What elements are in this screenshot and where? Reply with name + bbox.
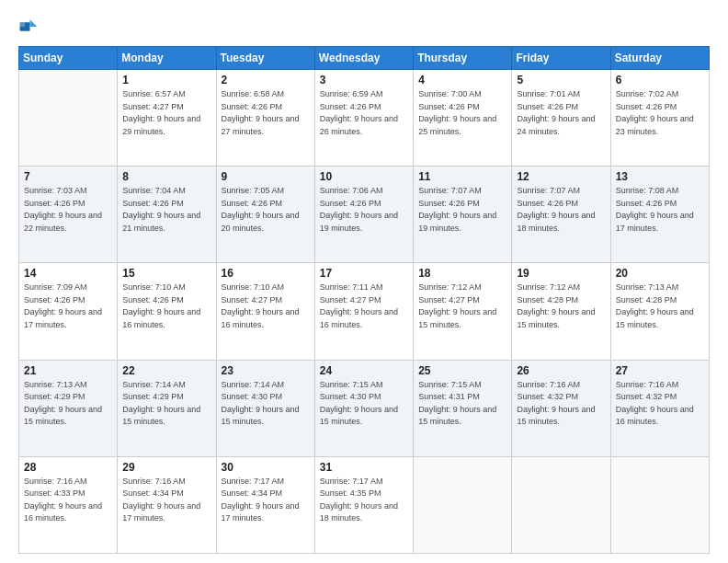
- calendar-cell: 19Sunrise: 7:12 AMSunset: 4:28 PMDayligh…: [512, 263, 610, 360]
- day-info: Sunrise: 7:15 AMSunset: 4:30 PMDaylight:…: [320, 379, 408, 429]
- day-number: 31: [320, 461, 408, 474]
- day-info: Sunrise: 7:08 AMSunset: 4:26 PMDaylight:…: [616, 185, 704, 235]
- calendar-cell: 26Sunrise: 7:16 AMSunset: 4:32 PMDayligh…: [512, 360, 610, 456]
- calendar-cell: 1Sunrise: 6:57 AMSunset: 4:27 PMDaylight…: [118, 70, 216, 167]
- logo: [18, 17, 42, 37]
- day-info: Sunrise: 7:12 AMSunset: 4:28 PMDaylight:…: [517, 282, 605, 331]
- day-info: Sunrise: 7:16 AMSunset: 4:32 PMDaylight:…: [517, 379, 605, 429]
- weekday-header-monday: Monday: [118, 47, 216, 70]
- day-number: 2: [222, 74, 310, 86]
- day-info: Sunrise: 7:06 AMSunset: 4:26 PMDaylight:…: [320, 185, 408, 235]
- day-number: 7: [24, 170, 112, 183]
- day-number: 19: [517, 267, 605, 280]
- day-number: 27: [616, 364, 704, 377]
- calendar-cell: [414, 456, 512, 553]
- calendar-cell: 30Sunrise: 7:17 AMSunset: 4:34 PMDayligh…: [216, 456, 314, 553]
- day-info: Sunrise: 7:13 AMSunset: 4:29 PMDaylight:…: [24, 379, 112, 429]
- day-info: Sunrise: 7:16 AMSunset: 4:34 PMDaylight:…: [122, 476, 210, 525]
- day-info: Sunrise: 7:02 AMSunset: 4:26 PMDaylight:…: [616, 88, 704, 138]
- calendar-week-row-3: 14Sunrise: 7:09 AMSunset: 4:26 PMDayligh…: [19, 263, 710, 360]
- calendar-cell: 15Sunrise: 7:10 AMSunset: 4:26 PMDayligh…: [118, 263, 216, 360]
- day-number: 14: [24, 267, 112, 280]
- day-number: 16: [222, 267, 310, 280]
- calendar-week-row-1: 1Sunrise: 6:57 AMSunset: 4:27 PMDaylight…: [19, 70, 710, 167]
- day-number: 15: [122, 267, 210, 280]
- day-number: 20: [616, 267, 704, 280]
- day-number: 13: [616, 170, 704, 183]
- weekday-header-friday: Friday: [512, 47, 610, 70]
- day-info: Sunrise: 7:14 AMSunset: 4:29 PMDaylight:…: [122, 379, 210, 429]
- day-number: 28: [24, 461, 112, 474]
- day-info: Sunrise: 7:10 AMSunset: 4:27 PMDaylight:…: [222, 282, 310, 331]
- day-info: Sunrise: 7:17 AMSunset: 4:34 PMDaylight:…: [222, 476, 310, 525]
- calendar-cell: 23Sunrise: 7:14 AMSunset: 4:30 PMDayligh…: [216, 360, 314, 456]
- day-info: Sunrise: 7:05 AMSunset: 4:26 PMDaylight:…: [222, 185, 310, 235]
- day-info: Sunrise: 7:14 AMSunset: 4:30 PMDaylight:…: [222, 379, 310, 429]
- day-info: Sunrise: 7:17 AMSunset: 4:35 PMDaylight:…: [320, 476, 408, 525]
- day-info: Sunrise: 7:16 AMSunset: 4:32 PMDaylight:…: [616, 379, 704, 429]
- weekday-header-thursday: Thursday: [414, 47, 512, 70]
- day-number: 3: [320, 74, 408, 86]
- weekday-header-saturday: Saturday: [610, 47, 709, 70]
- calendar-page: SundayMondayTuesdayWednesdayThursdayFrid…: [0, 0, 728, 563]
- calendar-cell: 6Sunrise: 7:02 AMSunset: 4:26 PMDaylight…: [610, 70, 709, 167]
- day-number: 29: [122, 461, 210, 474]
- calendar-cell: 20Sunrise: 7:13 AMSunset: 4:28 PMDayligh…: [610, 263, 709, 360]
- svg-rect-2: [20, 22, 26, 27]
- calendar-cell: 8Sunrise: 7:04 AMSunset: 4:26 PMDaylight…: [118, 167, 216, 263]
- calendar-cell: 2Sunrise: 6:58 AMSunset: 4:26 PMDaylight…: [216, 70, 314, 167]
- day-number: 10: [320, 170, 408, 183]
- weekday-header-row: SundayMondayTuesdayWednesdayThursdayFrid…: [19, 47, 710, 70]
- header: [18, 17, 710, 37]
- calendar-cell: 11Sunrise: 7:07 AMSunset: 4:26 PMDayligh…: [414, 167, 512, 263]
- day-info: Sunrise: 7:07 AMSunset: 4:26 PMDaylight:…: [517, 185, 605, 235]
- day-info: Sunrise: 7:16 AMSunset: 4:33 PMDaylight:…: [24, 476, 112, 525]
- calendar-cell: 27Sunrise: 7:16 AMSunset: 4:32 PMDayligh…: [610, 360, 709, 456]
- calendar-cell: 9Sunrise: 7:05 AMSunset: 4:26 PMDaylight…: [216, 167, 314, 263]
- day-number: 26: [517, 364, 605, 377]
- calendar-cell: 3Sunrise: 6:59 AMSunset: 4:26 PMDaylight…: [314, 70, 413, 167]
- day-info: Sunrise: 7:10 AMSunset: 4:26 PMDaylight:…: [122, 282, 210, 331]
- calendar-cell: 7Sunrise: 7:03 AMSunset: 4:26 PMDaylight…: [19, 167, 118, 263]
- calendar-cell: 28Sunrise: 7:16 AMSunset: 4:33 PMDayligh…: [19, 456, 118, 553]
- calendar-week-row-2: 7Sunrise: 7:03 AMSunset: 4:26 PMDaylight…: [19, 167, 710, 263]
- day-number: 30: [222, 461, 310, 474]
- calendar-cell: 24Sunrise: 7:15 AMSunset: 4:30 PMDayligh…: [314, 360, 413, 456]
- calendar-week-row-5: 28Sunrise: 7:16 AMSunset: 4:33 PMDayligh…: [19, 456, 710, 553]
- day-info: Sunrise: 6:57 AMSunset: 4:27 PMDaylight:…: [122, 88, 210, 138]
- svg-marker-1: [30, 19, 38, 27]
- weekday-header-sunday: Sunday: [19, 47, 118, 70]
- day-number: 17: [320, 267, 408, 280]
- day-info: Sunrise: 6:59 AMSunset: 4:26 PMDaylight:…: [320, 88, 408, 138]
- day-info: Sunrise: 6:58 AMSunset: 4:26 PMDaylight:…: [222, 88, 310, 138]
- weekday-header-tuesday: Tuesday: [216, 47, 314, 70]
- calendar-cell: [512, 456, 610, 553]
- day-number: 24: [320, 364, 408, 377]
- calendar-cell: 31Sunrise: 7:17 AMSunset: 4:35 PMDayligh…: [314, 456, 413, 553]
- day-number: 6: [616, 74, 704, 86]
- day-number: 8: [122, 170, 210, 183]
- calendar-table: SundayMondayTuesdayWednesdayThursdayFrid…: [18, 46, 710, 554]
- weekday-header-wednesday: Wednesday: [314, 47, 413, 70]
- day-info: Sunrise: 7:04 AMSunset: 4:26 PMDaylight:…: [122, 185, 210, 235]
- calendar-cell: 21Sunrise: 7:13 AMSunset: 4:29 PMDayligh…: [19, 360, 118, 456]
- calendar-cell: 14Sunrise: 7:09 AMSunset: 4:26 PMDayligh…: [19, 263, 118, 360]
- calendar-cell: 12Sunrise: 7:07 AMSunset: 4:26 PMDayligh…: [512, 167, 610, 263]
- calendar-cell: [610, 456, 709, 553]
- day-number: 9: [222, 170, 310, 183]
- calendar-cell: 22Sunrise: 7:14 AMSunset: 4:29 PMDayligh…: [118, 360, 216, 456]
- day-info: Sunrise: 7:09 AMSunset: 4:26 PMDaylight:…: [24, 282, 112, 331]
- calendar-cell: 29Sunrise: 7:16 AMSunset: 4:34 PMDayligh…: [118, 456, 216, 553]
- day-info: Sunrise: 7:03 AMSunset: 4:26 PMDaylight:…: [24, 185, 112, 235]
- day-info: Sunrise: 7:15 AMSunset: 4:31 PMDaylight:…: [418, 379, 506, 429]
- day-info: Sunrise: 7:00 AMSunset: 4:26 PMDaylight:…: [418, 88, 506, 138]
- day-number: 5: [517, 74, 605, 86]
- calendar-cell: 4Sunrise: 7:00 AMSunset: 4:26 PMDaylight…: [414, 70, 512, 167]
- calendar-cell: 10Sunrise: 7:06 AMSunset: 4:26 PMDayligh…: [314, 167, 413, 263]
- logo-icon: [18, 17, 39, 37]
- day-number: 18: [418, 267, 506, 280]
- day-info: Sunrise: 7:12 AMSunset: 4:27 PMDaylight:…: [418, 282, 506, 331]
- day-info: Sunrise: 7:11 AMSunset: 4:27 PMDaylight:…: [320, 282, 408, 331]
- calendar-cell: 16Sunrise: 7:10 AMSunset: 4:27 PMDayligh…: [216, 263, 314, 360]
- calendar-cell: 13Sunrise: 7:08 AMSunset: 4:26 PMDayligh…: [610, 167, 709, 263]
